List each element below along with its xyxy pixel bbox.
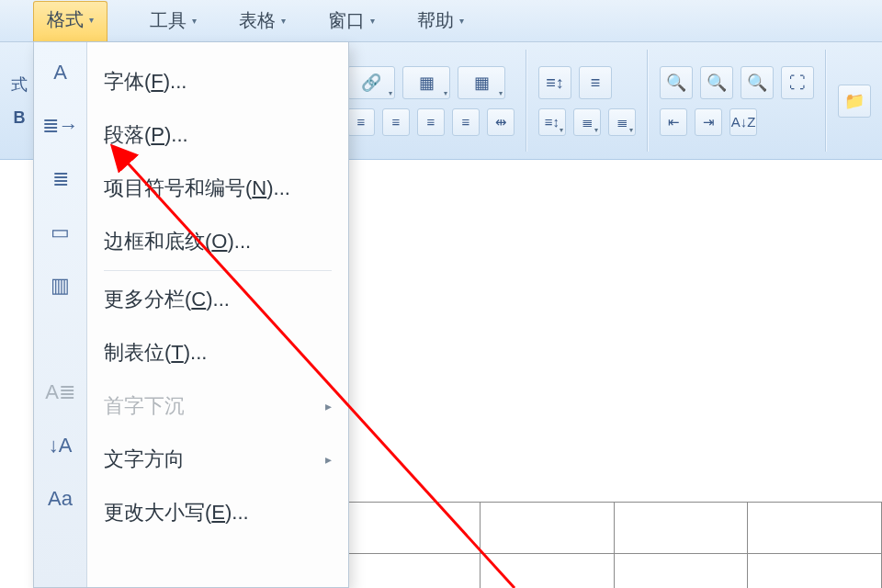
insert-table-button[interactable]: ▦▾ <box>458 66 505 99</box>
distribute-button[interactable]: ⇹ <box>487 108 514 136</box>
menu-table[interactable]: 表格 ▾ <box>239 8 286 33</box>
dropdown-divider <box>104 270 332 271</box>
hyperlink-icon: 🔗 <box>361 74 381 91</box>
ribbon-group-spacing: ≡↕ ≡ ≡↕▾ ≣▾ ≣▾ <box>527 42 647 159</box>
bullets-icon: ≣ <box>52 165 69 193</box>
border-icon: ▭ <box>51 219 70 246</box>
menu-item-text-direction[interactable]: 文字方向 ▸ <box>87 433 348 486</box>
ribbon-groups: 🔗▾ ▦▾ ▦▾ ≡ ≡ ≡ ≡ ⇹ ≡↕ ≡ ≡↕▾ ≣▾ ≣▾ <box>336 42 882 159</box>
hyperlink-button[interactable]: 🔗▾ <box>347 66 395 99</box>
decrease-indent-button[interactable]: ⇤ <box>660 108 687 136</box>
menu-item-drop-cap: 首字下沉 ▸ <box>87 379 348 433</box>
menu-item-tabs[interactable]: 制表位(T)... <box>87 326 348 379</box>
sort-button[interactable]: A↓Z <box>729 108 757 136</box>
line-spacing-icon: ≡↕ <box>546 74 564 91</box>
menu-item-borders-shading[interactable]: 边框和底纹(O)... <box>87 215 348 268</box>
align-left-button[interactable]: ≡ <box>347 108 375 136</box>
menu-format[interactable]: 格式 ▾ <box>33 1 107 41</box>
menu-help[interactable]: 帮助 ▾ <box>417 8 464 33</box>
chevron-down-icon: ▾ <box>89 15 94 25</box>
chevron-down-icon: ▾ <box>459 16 464 26</box>
align-center-button[interactable]: ≡ <box>382 108 410 136</box>
columns-icon: ▥ <box>51 272 70 300</box>
paragraph-icon: ≣→ <box>42 112 79 140</box>
ribbon-group-file: 📁 <box>827 42 882 159</box>
line-height-icon: ≡↕ <box>545 115 560 129</box>
zoom-out-icon: 🔍 <box>707 74 727 91</box>
menu-item-change-case[interactable]: 更改大小写(E)... <box>87 486 348 539</box>
menu-window[interactable]: 窗口 ▾ <box>328 8 375 33</box>
menu-tools-label: 工具 <box>150 8 187 33</box>
align-left-icon: ≡ <box>357 115 366 129</box>
menu-item-more-columns[interactable]: 更多分栏(C)... <box>87 273 348 326</box>
menu-item-bullets-numbering[interactable]: 项目符号和编号(N)... <box>87 162 348 215</box>
dropdown-items: 字体(F)... 段落(P)... 项目符号和编号(N)... 边框和底纹(O)… <box>87 42 348 587</box>
line-height-button[interactable]: ≡↕▾ <box>538 108 566 136</box>
bullet-list-icon: ≣ <box>582 115 594 129</box>
align-center-icon: ≡ <box>392 115 401 129</box>
inserted-table[interactable] <box>345 502 882 588</box>
increase-indent-button[interactable]: ⇥ <box>695 108 722 136</box>
dropdown-icon-column: A ≣→ ≣ ▭ ▥ A≣ ↓A Aa <box>34 42 87 587</box>
format-dropdown: A ≣→ ≣ ▭ ▥ A≣ ↓A Aa 字体(F)... 段落(P)... 项目… <box>33 42 349 588</box>
folder-icon: 📁 <box>844 93 865 109</box>
align-justify-button[interactable]: ≡ <box>452 108 480 136</box>
menu-table-label: 表格 <box>239 8 276 33</box>
bold-icon[interactable]: B <box>14 109 26 126</box>
chevron-down-icon: ▾ <box>370 16 375 26</box>
ribbon-group-insert: 🔗▾ ▦▾ ▦▾ ≡ ≡ ≡ ≡ ⇹ <box>336 42 526 159</box>
distribute-icon: ⇹ <box>495 115 507 129</box>
zoom-in-icon: 🔍 <box>666 74 686 91</box>
insert-table-icon: ▦ <box>474 74 490 91</box>
fullscreen-button[interactable]: ⛶ <box>781 66 814 99</box>
zoom-button[interactable]: 🔍 <box>741 66 774 99</box>
paragraph-spacing-button[interactable]: ≡ <box>579 66 612 99</box>
sort-icon: A↓Z <box>731 115 756 129</box>
align-right-button[interactable]: ≡ <box>417 108 445 136</box>
change-case-icon: Aa <box>48 485 73 513</box>
number-list-icon: ≣ <box>616 115 628 129</box>
menu-format-label: 格式 <box>47 7 84 32</box>
menu-window-label: 窗口 <box>328 8 365 33</box>
chevron-down-icon: ▾ <box>192 16 197 26</box>
chevron-down-icon: ▾ <box>281 16 286 26</box>
number-list-button[interactable]: ≣▾ <box>608 108 636 136</box>
zoom-in-button[interactable]: 🔍 <box>660 66 693 99</box>
menubar: 格式 ▾ 工具 ▾ 表格 ▾ 窗口 ▾ 帮助 ▾ <box>0 0 882 42</box>
bullet-list-button[interactable]: ≣▾ <box>573 108 601 136</box>
increase-indent-icon: ⇥ <box>703 115 715 129</box>
menu-help-label: 帮助 <box>417 8 454 33</box>
menu-item-font[interactable]: 字体(F)... <box>87 55 348 108</box>
open-folder-button[interactable]: 📁 <box>838 85 871 118</box>
align-right-icon: ≡ <box>427 115 435 129</box>
menu-tools[interactable]: 工具 ▾ <box>150 8 197 33</box>
align-justify-icon: ≡ <box>462 115 470 129</box>
submenu-arrow-icon: ▸ <box>325 399 332 413</box>
zoom-icon: 🔍 <box>747 74 767 91</box>
zoom-out-button[interactable]: 🔍 <box>700 66 733 99</box>
format-painter-icon[interactable]: 式 <box>11 76 28 93</box>
dropcap-icon: A≣ <box>45 379 75 406</box>
submenu-arrow-icon: ▸ <box>325 452 332 467</box>
line-spacing-button[interactable]: ≡↕ <box>538 66 571 99</box>
ribbon-group-view: 🔍 🔍 🔍 ⛶ ⇤ ⇥ A↓Z <box>649 42 825 159</box>
menu-item-paragraph[interactable]: 段落(P)... <box>87 108 348 162</box>
table-style-button[interactable]: ▦▾ <box>402 66 450 99</box>
fullscreen-icon: ⛶ <box>789 74 806 91</box>
table-style-icon: ▦ <box>419 74 435 91</box>
text-direction-icon: ↓A <box>49 432 73 459</box>
decrease-indent-icon: ⇤ <box>668 115 680 129</box>
paragraph-spacing-icon: ≡ <box>591 74 601 91</box>
font-icon: A <box>53 59 67 86</box>
